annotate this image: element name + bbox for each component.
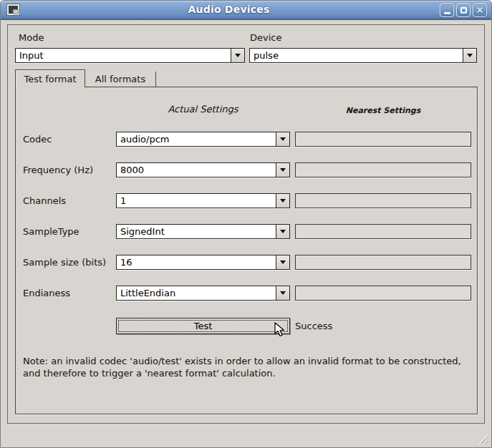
titlebar[interactable]: Audio Devices ✕: [1, 1, 491, 20]
window-menu-icon[interactable]: [7, 4, 19, 15]
sampletype-nearest-field: [295, 224, 471, 239]
device-combobox-value: pulse: [250, 49, 463, 62]
tab-all-formats[interactable]: All formats: [85, 72, 156, 87]
window-title: Audio Devices: [22, 4, 435, 15]
codec-label: Codec: [23, 134, 52, 145]
codec-combobox-value: audio/pcm: [117, 132, 276, 146]
close-button[interactable]: ✕: [473, 4, 487, 17]
frequency-combobox-value: 8000: [117, 163, 276, 177]
chevron-down-icon[interactable]: [276, 163, 289, 177]
sampletype-label: SampleType: [23, 226, 79, 237]
chevron-down-icon[interactable]: [231, 49, 244, 62]
frequency-label: Frequency (Hz): [23, 165, 93, 175]
chevron-down-icon[interactable]: [276, 132, 289, 146]
audio-devices-window: Audio Devices ✕ Mode Input Device pulse …: [0, 0, 492, 448]
codec-combobox[interactable]: audio/pcm: [116, 132, 290, 147]
channels-combobox-value: 1: [117, 194, 276, 208]
maximize-button[interactable]: [456, 4, 471, 17]
samplesize-label: Sample size (bits): [23, 257, 106, 268]
minimize-button[interactable]: [440, 4, 454, 17]
device-label: Device: [250, 32, 281, 43]
samplesize-combobox[interactable]: 16: [116, 255, 290, 270]
chevron-down-icon[interactable]: [463, 49, 476, 62]
chevron-down-icon[interactable]: [276, 225, 289, 238]
frequency-nearest-field: [295, 162, 471, 177]
frequency-combobox[interactable]: 8000: [116, 162, 290, 177]
channels-label: Channels: [23, 195, 66, 206]
resize-grip-icon[interactable]: [478, 433, 488, 444]
nearest-settings-header: Nearest Settings: [295, 106, 471, 115]
device-combobox[interactable]: pulse: [249, 48, 477, 63]
samplesize-nearest-field: [295, 255, 471, 270]
close-icon: ✕: [476, 6, 484, 15]
note-line-1: Note: an invalid codec 'audio/test' exis…: [23, 355, 468, 367]
chevron-down-icon[interactable]: [276, 194, 289, 208]
chevron-down-icon[interactable]: [276, 255, 289, 269]
tab-test-format[interactable]: Test format: [15, 69, 85, 87]
mode-combobox[interactable]: Input: [15, 48, 245, 63]
samplesize-combobox-value: 16: [117, 255, 276, 269]
minimize-icon: [444, 12, 450, 14]
channels-combobox[interactable]: 1: [116, 193, 290, 208]
codec-nearest-field: [295, 132, 471, 147]
status-text: Success: [295, 321, 332, 331]
endianess-combobox[interactable]: LittleEndian: [116, 286, 290, 301]
channels-nearest-field: [295, 193, 471, 208]
endianess-label: Endianess: [23, 288, 70, 298]
note-line-2: and therefore to trigger a 'nearest form…: [23, 367, 468, 379]
chevron-down-icon[interactable]: [276, 286, 289, 300]
endianess-nearest-field: [295, 286, 471, 301]
sampletype-combobox[interactable]: SignedInt: [116, 224, 290, 239]
mode-label: Mode: [19, 32, 44, 43]
maximize-icon: [460, 7, 467, 14]
test-format-panel: Actual Settings Nearest Settings Codec a…: [15, 87, 478, 414]
endianess-combobox-value: LittleEndian: [117, 286, 276, 300]
actual-settings-header: Actual Settings: [116, 104, 290, 115]
test-button[interactable]: Test: [116, 318, 290, 334]
window-controls: ✕: [440, 4, 487, 17]
note-text: Note: an invalid codec 'audio/test' exis…: [23, 355, 468, 379]
sampletype-combobox-value: SignedInt: [117, 225, 276, 238]
mode-combobox-value: Input: [16, 49, 231, 62]
